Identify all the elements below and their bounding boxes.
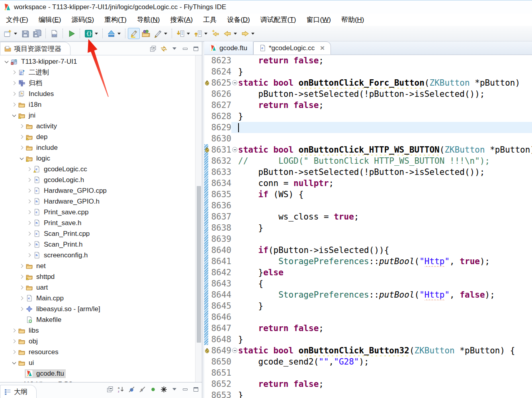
tree-expand-chevron-icon[interactable] [11,338,17,345]
tree-item-Print_save.h[interactable]: hPrint_save.h [0,218,202,228]
tree-expand-chevron-icon[interactable] [26,220,32,226]
tree-item-Hardware_GPIO.cpp[interactable]: cHardware_GPIO.cpp [0,185,202,196]
tree-expand-chevron-icon[interactable] [11,91,17,97]
editor-tab-gcode.ftu[interactable]: gcode.ftu [204,41,253,55]
tree-expand-chevron-icon[interactable] [26,166,32,173]
menu-设备[interactable]: 设备(D) [222,14,255,26]
tree-expand-chevron-icon[interactable] [26,241,32,248]
minimize-icon[interactable] [182,386,189,393]
code-text[interactable]: } [238,66,532,77]
tree-item-screenconfig.h[interactable]: hscreenconfig.h [0,250,202,261]
code-text[interactable]: StoragePreferences::putBool("Http", true… [238,256,532,267]
save-button[interactable] [19,28,31,39]
forward-button[interactable] [239,28,251,39]
tree-item-i18n[interactable]: i18n [0,99,202,110]
new-wizard-button-dropdown-icon[interactable] [14,33,17,35]
tree-expand-chevron-icon[interactable] [26,252,32,259]
tree-expand-chevron-icon[interactable] [26,198,32,205]
minimize-icon[interactable] [182,45,189,52]
flash-download-button-dropdown-icon[interactable] [117,33,121,35]
format-braces-button-dropdown-icon[interactable] [95,33,98,35]
tree-item-include[interactable]: include [0,142,202,153]
code-text[interactable]: if (WS) { [238,189,532,200]
code-text[interactable]: return false; [238,55,532,66]
tree-item-net[interactable]: net [0,261,202,271]
menu-帮助[interactable]: 帮助(H) [336,14,370,26]
tree-expand-chevron-icon[interactable] [11,327,17,334]
code-text[interactable] [238,312,532,323]
new-wizard-button[interactable] [2,28,14,39]
menu-源码[interactable]: 源码(S) [66,14,99,26]
fold-collapse-icon[interactable] [231,345,238,356]
tree-expand-chevron-icon[interactable] [18,123,25,129]
tree-item-libeasyui.so---arm-le-[interactable]: libeasyui.so - [arm/le] [0,304,202,314]
code-text[interactable]: static bool onButtonClick_HTTP_WS_BUTTON… [238,144,532,155]
tree-expand-chevron-icon[interactable] [26,231,32,237]
show-public-icon[interactable] [149,386,156,393]
menu-搜索[interactable]: 搜索(A) [165,14,198,26]
code-text[interactable] [238,122,532,133]
code-area[interactable]: 8623 return false;8624}8625static bool o… [204,55,532,398]
code-text[interactable]: ws_closs = true; [238,211,532,222]
back-button-dropdown-icon[interactable] [234,33,237,35]
tab-outline[interactable]: 大纲 [0,385,37,398]
run-button[interactable] [65,28,77,39]
link-with-editor-icon[interactable] [160,45,167,52]
menu-工具[interactable]: 工具 [198,14,222,26]
tree-item-ui[interactable]: ui [0,357,202,368]
tree-item-Scan_Print.h[interactable]: hScan_Print.h [0,239,202,250]
next-annotation-button-dropdown-icon[interactable] [187,33,190,35]
tree-item-Hardware_GPIO.h[interactable]: hHardware_GPIO.h [0,196,202,207]
tree-item-Main.cpp[interactable]: cMain.cpp [0,293,202,304]
code-text[interactable]: pButton->setSelected(!pButton->isSelecte… [238,167,532,178]
code-text[interactable] [238,233,532,245]
code-text[interactable]: } [238,111,532,122]
menu-编辑[interactable]: 编辑(E) [33,14,66,26]
code-text[interactable]: static bool onButtonClick_Button32(ZKBut… [238,345,532,356]
tree-expand-chevron-icon[interactable] [11,69,17,76]
code-text[interactable] [238,367,532,378]
tree-item-logic[interactable]: logic [0,153,202,164]
tree-expand-chevron-icon[interactable] [11,349,17,355]
format-braces-button[interactable]: {} [82,28,94,39]
menu-重构[interactable]: 重构(T) [99,14,132,26]
tree-item-gcodeLogic.cc[interactable]: cgcodeLogic.cc [0,164,202,174]
collapse-all-icon[interactable] [106,386,113,393]
tree-item-gcodeLogic.h[interactable]: hgcodeLogic.h [0,174,202,185]
code-text[interactable]: } [238,334,532,345]
tab-project-explorer[interactable]: 项目资源管理器 [0,42,70,55]
code-text[interactable]: pButton->setSelected(!pButton->isSelecte… [238,88,532,100]
maximize-icon[interactable] [192,386,200,393]
tree-item-Includes[interactable]: hIncludes [0,88,202,99]
forward-button-dropdown-icon[interactable] [251,33,254,35]
maximize-icon[interactable] [192,45,200,52]
tree-item-uart[interactable]: uart [0,282,202,293]
code-text[interactable]: gcode_send2("","G28"); [238,356,532,367]
tree-item-Scan_Print.cpp[interactable]: cScan_Print.cpp [0,228,202,239]
tree-item-activity[interactable]: activity [0,121,202,131]
code-text[interactable]: }else [238,267,532,278]
tree-item-resources[interactable]: resources [0,347,202,357]
tree-expand-chevron-icon[interactable] [18,295,25,302]
tree-item-gcode.ftu[interactable]: gcode.ftu [0,368,202,379]
tree-expand-chevron-icon[interactable] [18,134,25,140]
tree-item-dep[interactable]: dep [0,131,202,142]
tree-expand-chevron-icon[interactable] [11,360,17,366]
code-text[interactable]: StoragePreferences::putBool("Http", fals… [238,289,532,300]
tree-scrollbar-thumb[interactable] [197,186,201,343]
tree-item-T113-klipper-7-UI1[interactable]: CxT113-klipper-7-UI1 [0,56,202,67]
tree-expand-chevron-icon[interactable] [18,155,25,162]
back-to-last-edit-button[interactable] [209,28,221,39]
fold-collapse-icon[interactable] [231,144,238,155]
view-menu-icon[interactable] [171,45,178,52]
tree-item-Print_save.cpp[interactable]: cPrint_save.cpp [0,207,202,218]
next-annotation-button[interactable] [174,28,186,39]
tree-item-Makefile[interactable]: Makefile [0,314,202,325]
code-text[interactable]: } [238,390,532,398]
tree-expand-chevron-icon[interactable] [11,80,17,86]
hide-fields-icon[interactable] [128,386,135,393]
tree-expand-chevron-icon[interactable] [18,306,25,312]
tree-expand-chevron-icon[interactable] [26,209,32,216]
binary-view-button[interactable]: 010 [48,28,60,39]
tree-item-jni[interactable]: jni [0,110,202,121]
